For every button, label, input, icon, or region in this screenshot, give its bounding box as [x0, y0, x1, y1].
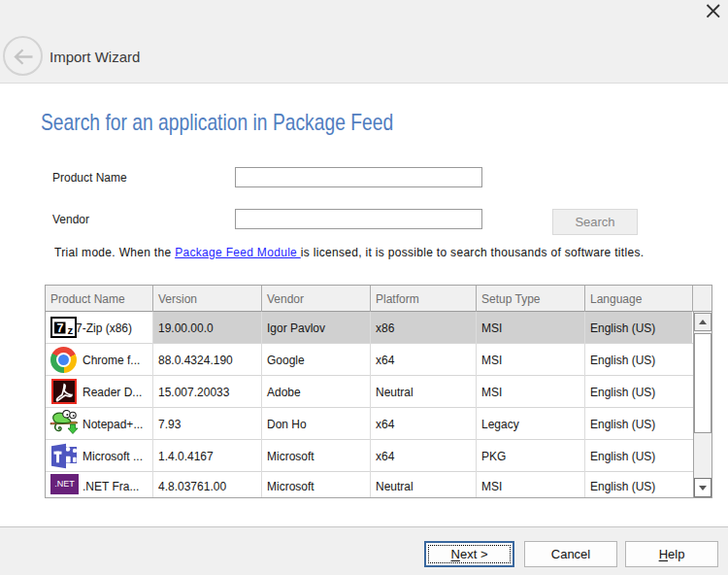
svg-text:7: 7 — [56, 321, 63, 335]
svg-text:z: z — [68, 324, 74, 336]
